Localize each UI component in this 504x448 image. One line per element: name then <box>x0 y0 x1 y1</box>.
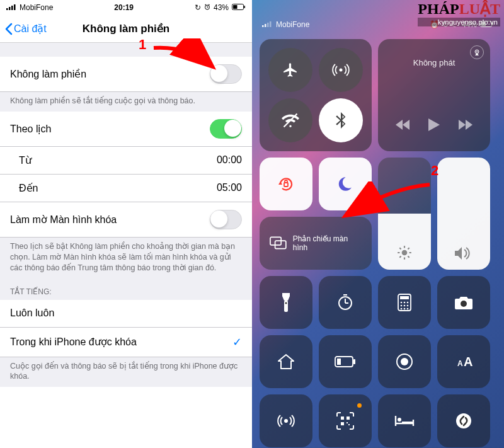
svg-marker-24 <box>396 120 403 130</box>
bed-button[interactable] <box>378 394 431 447</box>
back-button[interactable]: Cài đặt <box>5 23 47 35</box>
svg-line-39 <box>408 256 409 257</box>
svg-point-19 <box>340 69 343 72</box>
flashlight-button[interactable] <box>260 276 312 329</box>
svg-point-71 <box>284 419 288 423</box>
timer-button[interactable] <box>319 276 372 329</box>
svg-rect-1 <box>9 7 11 10</box>
svg-marker-29 <box>278 181 282 185</box>
dnd-description: Không làm phiền sẽ tắt tiếng cuộc gọi và… <box>0 92 252 112</box>
to-value: 05:00 <box>217 182 242 193</box>
home-button[interactable] <box>260 335 312 388</box>
signal-icon <box>262 20 272 29</box>
svg-rect-74 <box>341 422 344 425</box>
svg-point-68 <box>401 358 408 365</box>
svg-marker-25 <box>403 120 410 130</box>
svg-rect-76 <box>348 424 350 425</box>
hearing-button[interactable] <box>260 394 312 447</box>
dim-description: Theo lịch sẽ bật Không làm phiền cho kho… <box>0 238 252 279</box>
svg-line-40 <box>399 256 401 257</box>
svg-rect-0 <box>6 8 8 10</box>
svg-text:A: A <box>457 359 463 368</box>
svg-rect-75 <box>346 422 348 423</box>
annotation-2: 2 <box>431 163 438 179</box>
svg-rect-11 <box>244 6 245 8</box>
svg-rect-14 <box>267 23 269 27</box>
calculator-button[interactable] <box>378 276 431 329</box>
svg-marker-44 <box>282 296 290 301</box>
annotation-1: 1 <box>139 37 146 53</box>
svg-line-8 <box>209 4 210 5</box>
wifi-button[interactable] <box>268 98 312 142</box>
screen-record-button[interactable] <box>378 335 431 388</box>
schedule-toggle[interactable] <box>210 119 242 139</box>
svg-rect-66 <box>337 359 341 365</box>
airplane-button[interactable] <box>268 48 312 92</box>
battery-percent: 43% <box>214 3 229 12</box>
cellular-button[interactable] <box>319 48 363 92</box>
to-time-row[interactable]: Đến 05:00 <box>0 175 252 202</box>
play-icon[interactable] <box>428 118 440 134</box>
to-label: Đến <box>10 182 38 194</box>
silence-locked-label: Trong khi iPhone được khóa <box>10 336 137 348</box>
prev-track-icon[interactable] <box>396 120 410 132</box>
svg-point-46 <box>285 302 287 304</box>
svg-point-57 <box>404 305 406 307</box>
from-time-row[interactable]: Từ 00:00 <box>0 147 252 175</box>
svg-marker-26 <box>428 118 440 131</box>
airplay-icon[interactable] <box>470 45 484 59</box>
low-power-button[interactable] <box>319 335 372 388</box>
signal-icon <box>6 3 16 12</box>
svg-point-81 <box>456 413 471 428</box>
svg-rect-72 <box>341 416 344 420</box>
camera-button[interactable] <box>437 276 490 329</box>
qr-scan-button[interactable] <box>319 394 372 447</box>
orientation-lock-button[interactable] <box>260 158 312 210</box>
connectivity-panel[interactable] <box>260 39 372 151</box>
status-time: 20:19 <box>114 3 134 12</box>
silence-always-row[interactable]: Luôn luôn <box>0 300 252 328</box>
media-panel[interactable]: Không phát <box>378 39 490 151</box>
svg-rect-65 <box>353 359 355 364</box>
battery-icon <box>232 3 246 12</box>
svg-point-58 <box>407 305 409 307</box>
silence-always-label: Luôn luôn <box>10 307 54 319</box>
schedule-label: Theo lịch <box>10 123 51 135</box>
silence-header: TẮT TIẾNG: <box>0 279 252 300</box>
media-title: Không phát <box>413 47 455 67</box>
svg-point-59 <box>401 308 403 310</box>
volume-slider[interactable] <box>437 158 490 270</box>
next-track-icon[interactable] <box>459 120 472 132</box>
svg-point-80 <box>398 418 401 422</box>
from-value: 00:00 <box>217 154 242 166</box>
checkmark-icon: ✓ <box>232 335 242 349</box>
svg-rect-12 <box>262 25 264 27</box>
svg-rect-73 <box>346 416 350 420</box>
status-bar: MobiFone 20:19 ↻ 43% <box>0 0 252 15</box>
arrow-1-icon <box>151 38 226 76</box>
svg-rect-10 <box>233 5 238 9</box>
text-size-button[interactable]: AA <box>437 335 490 388</box>
svg-line-41 <box>408 248 409 249</box>
svg-point-60 <box>404 308 406 310</box>
svg-rect-3 <box>14 4 16 10</box>
dim-lock-row[interactable]: Làm mờ Màn hình khóa <box>0 202 252 238</box>
schedule-toggle-row[interactable]: Theo lịch <box>0 112 252 147</box>
silence-description: Cuộc gọi đến và thông báo sẽ bị tắt tiến… <box>0 357 252 388</box>
bluetooth-button[interactable] <box>319 98 363 142</box>
watermark: PHÁPLUẬT kynguyenso.plo.vn <box>418 0 500 26</box>
svg-marker-27 <box>459 120 466 130</box>
orientation-lock-icon: ↻ <box>195 3 201 12</box>
svg-point-62 <box>461 301 467 307</box>
svg-point-61 <box>407 308 409 310</box>
shazam-button[interactable] <box>437 394 490 447</box>
svg-rect-30 <box>284 183 288 187</box>
svg-point-53 <box>401 302 403 304</box>
svg-rect-2 <box>11 6 13 10</box>
cc-carrier: MobiFone <box>276 20 309 29</box>
carrier-label: MobiFone <box>20 3 53 12</box>
svg-line-38 <box>399 248 401 249</box>
silence-locked-row[interactable]: Trong khi iPhone được khóa ✓ <box>0 328 252 357</box>
svg-marker-42 <box>455 247 462 260</box>
dim-toggle[interactable] <box>210 210 242 229</box>
